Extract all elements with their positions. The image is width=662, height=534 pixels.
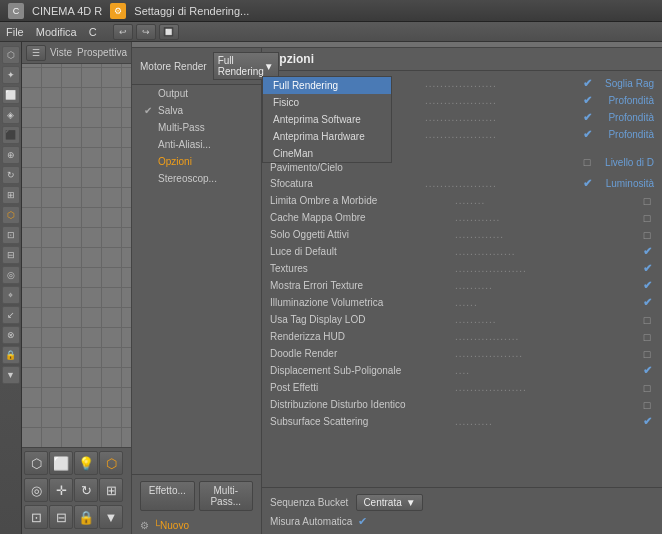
option-check-20: ✔ bbox=[640, 415, 654, 428]
icon-cube[interactable]: ⬡ bbox=[24, 451, 48, 475]
toolbar-icon-3[interactable]: ⬜ bbox=[2, 86, 20, 104]
sidebar-label-output: Output bbox=[158, 88, 253, 99]
dropdown-item-cineman[interactable]: CineMan bbox=[263, 145, 391, 162]
option-dots-6: ................... bbox=[425, 178, 580, 189]
render-content: Motore Render Full Rendering ▼ Full Rend… bbox=[132, 48, 662, 534]
option-label-post: Post Effetti bbox=[270, 382, 455, 393]
menu-modifica[interactable]: Modifica bbox=[36, 26, 77, 38]
option-value-2: Profondità bbox=[594, 112, 654, 123]
icon-active[interactable]: ⬡ bbox=[99, 451, 123, 475]
dropdown-arrow-icon: ▼ bbox=[264, 61, 274, 72]
option-check-12: ✔ bbox=[640, 279, 654, 292]
option-label-doodle: Doodle Render bbox=[270, 348, 455, 359]
option-value-3: Profondità bbox=[594, 129, 654, 140]
title-bar: C CINEMA 4D R ⚙ Settaggi di Rendering... bbox=[0, 0, 662, 22]
icon-light[interactable]: 💡 bbox=[74, 451, 98, 475]
option-row-hud: Renderizza HUD ................. □ bbox=[262, 328, 662, 345]
option-check-0: ✔ bbox=[580, 77, 594, 90]
viewport-sublabel: Prospettiva bbox=[77, 47, 127, 58]
sidebar-item-opzioni[interactable]: Opzioni bbox=[132, 153, 261, 170]
icon-cam[interactable]: ◎ bbox=[24, 478, 48, 502]
options-footer: Sequenza Bucket Centrata ▼ Misura Automa… bbox=[262, 487, 662, 534]
sidebar-new-item: ⚙ └Nuovo bbox=[132, 517, 261, 534]
icon-scale[interactable]: ⊞ bbox=[99, 478, 123, 502]
option-label-displacement: Displacement Sub-Poligonale bbox=[270, 365, 455, 376]
undo-button[interactable]: ↩ bbox=[113, 24, 133, 40]
toolbar-icon-11[interactable]: ⊟ bbox=[2, 246, 20, 264]
sidebar-item-multipass[interactable]: Multi-Pass bbox=[132, 119, 261, 136]
sidebar-item-salva[interactable]: ✔ Salva bbox=[132, 102, 261, 119]
option-check-5: □ bbox=[580, 156, 594, 168]
option-check-1: ✔ bbox=[580, 94, 594, 107]
dropdown-item-hardware[interactable]: Anteprima Hardware bbox=[263, 128, 391, 145]
option-row-subsurface: Subsurface Scattering .......... ✔ bbox=[262, 413, 662, 430]
icon-rotate[interactable]: ↻ bbox=[74, 478, 98, 502]
toolbar-icon-13[interactable]: ⌖ bbox=[2, 286, 20, 304]
multipass-button[interactable]: Multi-Pass... bbox=[199, 481, 254, 511]
toolbar-icon-5[interactable]: ⬛ bbox=[2, 126, 20, 144]
misura-row: Misura Automatica ✔ bbox=[270, 515, 654, 528]
toolbar-icon-12[interactable]: ◎ bbox=[2, 266, 20, 284]
new-item-label: └Nuovo bbox=[153, 520, 189, 531]
option-row-errori: Mostra Errori Texture .......... ✔ bbox=[262, 277, 662, 294]
option-row-textures: Textures ................... ✔ bbox=[262, 260, 662, 277]
option-dots-20: .......... bbox=[455, 416, 640, 427]
icon-constraint[interactable]: ⊟ bbox=[49, 505, 73, 529]
toolbar-icon-15[interactable]: ⊗ bbox=[2, 326, 20, 344]
option-value-5: Livello di D bbox=[594, 157, 654, 168]
toolbar-icon-8[interactable]: ⊞ bbox=[2, 186, 20, 204]
viewport-header: ☰ Viste Prospettiva bbox=[22, 42, 131, 64]
sidebar-item-output[interactable]: Output bbox=[132, 85, 261, 102]
sidebar-label-salva: Salva bbox=[158, 105, 253, 116]
toolbar-icon-2[interactable]: ✦ bbox=[2, 66, 20, 84]
toolbar-icon-16[interactable]: 🔒 bbox=[2, 346, 20, 364]
bucket-row: Sequenza Bucket Centrata ▼ bbox=[270, 494, 654, 511]
option-dots-12: .......... bbox=[455, 280, 640, 291]
option-label-subsurface: Subsurface Scattering bbox=[270, 416, 455, 427]
option-dots-2: ................... bbox=[425, 112, 580, 123]
effect-button[interactable]: Effetto... bbox=[140, 481, 195, 511]
icon-group-1: ⬡ ⬜ 💡 ⬡ bbox=[24, 451, 129, 475]
option-label-luce: Luce di Default bbox=[270, 246, 455, 257]
toolbar-icon-17[interactable]: ▼ bbox=[2, 366, 20, 384]
option-label-distribuzione: Distribuzione Disturbo Identico bbox=[270, 399, 455, 410]
option-check-15: □ bbox=[640, 331, 654, 343]
toolbar-icon-14[interactable]: ↙ bbox=[2, 306, 20, 324]
option-dots-7: ........ bbox=[455, 195, 640, 206]
toolbar-icon-1[interactable]: ⬡ bbox=[2, 46, 20, 64]
icon-panel: ⬡ ⬜ 💡 ⬡ ◎ ✛ ↻ ⊞ ⊡ ⊟ 🔒 ▼ bbox=[22, 447, 131, 534]
sidebar-item-antialiasing[interactable]: Anti-Aliasi... bbox=[132, 136, 261, 153]
toolbar-icon-9[interactable]: ⬡ bbox=[2, 206, 20, 224]
toolbar-icon-4[interactable]: ◈ bbox=[2, 106, 20, 124]
option-label-illuminazione: Illuminazione Volumetrica bbox=[270, 297, 455, 308]
redo-button[interactable]: ↪ bbox=[136, 24, 156, 40]
sidebar-label-stereoscopy: Stereoscop... bbox=[158, 173, 253, 184]
menu-c[interactable]: C bbox=[89, 26, 97, 38]
dropdown-item-full[interactable]: Full Rendering bbox=[263, 77, 391, 94]
option-row-limita-ombre: Limita Ombre a Morbide ........ □ bbox=[262, 192, 662, 209]
icon-move[interactable]: ✛ bbox=[49, 478, 73, 502]
option-label-cache: Cache Mappa Ombre bbox=[270, 212, 455, 223]
option-dots-1: ................... bbox=[425, 95, 580, 106]
icon-down[interactable]: ▼ bbox=[99, 505, 123, 529]
dropdown-item-fisico[interactable]: Fisico bbox=[263, 94, 391, 111]
menu-file[interactable]: File bbox=[6, 26, 24, 38]
option-row-cache: Cache Mappa Ombre ............ □ bbox=[262, 209, 662, 226]
option-label-tag: Usa Tag Display LOD bbox=[270, 314, 455, 325]
viewport-menu-btn[interactable]: ☰ bbox=[26, 45, 46, 61]
icon-deform[interactable]: ⊡ bbox=[24, 505, 48, 529]
option-check-8: □ bbox=[640, 212, 654, 224]
left-toolbar: ⬡ ✦ ⬜ ◈ ⬛ ⊕ ↻ ⊞ ⬡ ⊡ ⊟ ◎ ⌖ ↙ ⊗ 🔒 ▼ bbox=[0, 42, 22, 534]
dropdown-item-software[interactable]: Anteprima Software bbox=[263, 111, 391, 128]
toolbar-icon-6[interactable]: ⊕ bbox=[2, 146, 20, 164]
option-check-9: □ bbox=[640, 229, 654, 241]
sidebar-item-stereoscopy[interactable]: Stereoscop... bbox=[132, 170, 261, 187]
option-value-6: Luminosità bbox=[594, 178, 654, 189]
icon-lock[interactable]: 🔒 bbox=[74, 505, 98, 529]
toolbar-icon-7[interactable]: ↻ bbox=[2, 166, 20, 184]
icon-scene[interactable]: ⬜ bbox=[49, 451, 73, 475]
toolbar-btn-3[interactable]: 🔲 bbox=[159, 24, 179, 40]
toolbar-icon-10[interactable]: ⊡ bbox=[2, 226, 20, 244]
option-row-luce: Luce di Default ................ ✔ bbox=[262, 243, 662, 260]
bucket-dropdown[interactable]: Centrata ▼ bbox=[356, 494, 422, 511]
